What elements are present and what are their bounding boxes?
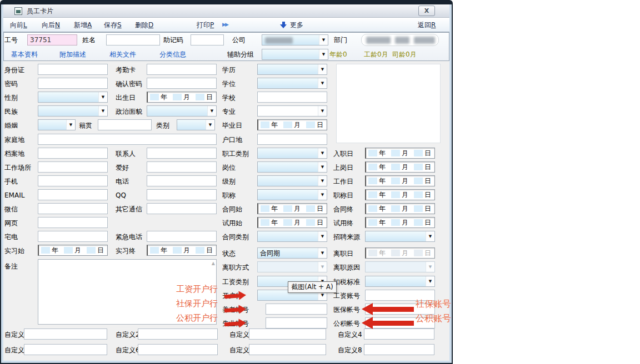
date-input[interactable]: 年月日 [365,203,435,214]
dropdown-arrow-icon[interactable]: ▼ [318,106,327,116]
combo-box[interactable]: ▼ [257,175,327,186]
text-input[interactable] [147,231,217,242]
close-button[interactable]: X [418,6,435,16]
dropdown-arrow-icon[interactable]: ▼ [98,106,107,116]
title-bar[interactable]: 员工卡片 X [3,4,449,18]
combo-box[interactable]: ▼ [38,105,108,117]
dropdown-arrow-icon[interactable]: ▼ [318,190,327,200]
text-input[interactable] [147,64,217,75]
dropdown-arrow-icon[interactable]: ▼ [318,78,327,88]
text-input[interactable] [38,134,217,145]
text-input[interactable] [38,217,108,228]
combo-box[interactable]: ▼ [365,276,435,287]
text-input[interactable] [38,78,108,89]
dropdown-arrow-icon[interactable]: ▼ [318,231,327,241]
dropdown-arrow-icon[interactable]: ▼ [318,148,327,158]
print-button[interactable]: 打印P [197,20,214,30]
custom-field-input[interactable] [249,344,326,355]
department-field[interactable] [361,34,439,46]
custom-field-input[interactable] [138,328,218,340]
text-input[interactable] [38,175,108,186]
date-input[interactable]: 年月日 [365,217,435,228]
scroll-up-icon[interactable]: ▲ [212,261,215,266]
combo-box[interactable]: ▼ [257,231,327,242]
add-button[interactable]: 新增A [74,20,92,30]
custom-field-input[interactable] [364,328,434,340]
next-button[interactable]: 向后N [42,20,60,30]
dropdown-arrow-icon[interactable]: ▼ [426,276,434,286]
date-input[interactable]: 年月日 [365,189,435,200]
dropdown-arrow-icon[interactable]: ▼ [319,35,328,45]
dropdown-arrow-icon[interactable]: ▼ [98,92,107,102]
date-input[interactable]: 年月日 [365,175,435,186]
combo-box[interactable]: ▼ [257,78,327,89]
custom-field-input[interactable] [249,328,326,340]
text-input[interactable] [147,189,217,200]
mnemonic-field[interactable] [191,34,224,46]
save-button[interactable]: 保存S [104,20,122,30]
text-input[interactable] [38,189,108,200]
combo-box[interactable]: ▼ [147,105,217,117]
date-input[interactable]: 年月日 [257,203,327,214]
text-input[interactable] [38,161,108,173]
combo-box[interactable]: ▼ [257,148,327,159]
dropdown-arrow-icon[interactable]: ▼ [318,176,327,186]
custom-field-input[interactable] [24,328,107,340]
dropdown-arrow-icon[interactable]: ▼ [426,231,434,241]
dropdown-arrow-icon[interactable]: ▼ [66,120,75,130]
name-field[interactable] [106,34,160,46]
expand-toolbar-icon[interactable]: ▶▶ [222,22,228,27]
text-input[interactable] [147,161,217,173]
back-button[interactable]: 返回R [418,20,436,30]
text-input[interactable] [266,304,327,315]
combo-box[interactable]: 合同期▼ [257,247,327,259]
combo-box[interactable]: ▼ [365,231,435,242]
text-input[interactable] [98,119,152,130]
tab-basic-info[interactable]: 基本资料 [11,49,38,60]
dropdown-arrow-icon[interactable]: ▼ [206,120,214,130]
combo-box[interactable]: ▼ [257,105,327,117]
delete-button[interactable]: 删除D [135,20,153,30]
combo-box[interactable]: ▼ [177,119,215,130]
text-input[interactable] [38,203,108,214]
text-input[interactable] [147,78,217,89]
combo-box[interactable]: ▼ [257,64,327,75]
combo-box[interactable]: ▼ [257,161,327,173]
custom-field-input[interactable] [138,344,218,355]
text-input[interactable] [266,317,327,328]
prev-button[interactable]: 向前L [10,20,27,30]
aux-group-select[interactable]: ▼ [262,49,328,60]
date-input[interactable]: 年月日 [147,92,217,103]
date-input[interactable]: 年月日 [365,247,435,259]
text-input[interactable] [38,231,108,242]
tab-related-files[interactable]: 相关文件 [109,49,136,60]
dropdown-arrow-icon[interactable]: ▼ [207,106,216,116]
text-input[interactable] [147,175,217,186]
company-select[interactable]: ▼ [262,34,328,46]
combo-box[interactable]: ▼ [38,119,76,130]
photo-box[interactable] [336,64,441,143]
employee-no-field[interactable]: 37751 [27,34,77,46]
date-input[interactable]: 年月日 [38,245,108,256]
tab-category-info[interactable]: 分类信息 [159,49,186,60]
date-input[interactable]: 年月日 [257,217,327,228]
text-input[interactable] [257,92,327,103]
date-input[interactable]: 年月日 [365,161,435,173]
combo-box[interactable]: ▼ [38,92,108,103]
tab-extra-desc[interactable]: 附加描述 [59,49,86,60]
text-input[interactable] [257,134,327,145]
custom-field-input[interactable] [24,344,107,355]
dropdown-arrow-icon[interactable]: ▼ [318,162,327,172]
dropdown-arrow-icon[interactable]: ▼ [318,64,327,74]
dropdown-arrow-icon[interactable]: ▼ [319,49,328,59]
text-input[interactable] [147,203,217,214]
date-input[interactable]: 年月日 [147,245,217,256]
text-input[interactable] [38,148,108,159]
combo-box[interactable]: ▼ [257,189,327,200]
date-input[interactable]: 年月日 [257,119,327,130]
text-input[interactable] [147,148,217,159]
text-input[interactable] [38,64,108,75]
more-button[interactable]: 更多 [290,20,303,30]
date-input[interactable]: 年月日 [365,148,435,159]
dropdown-arrow-icon[interactable]: ▼ [318,248,327,258]
